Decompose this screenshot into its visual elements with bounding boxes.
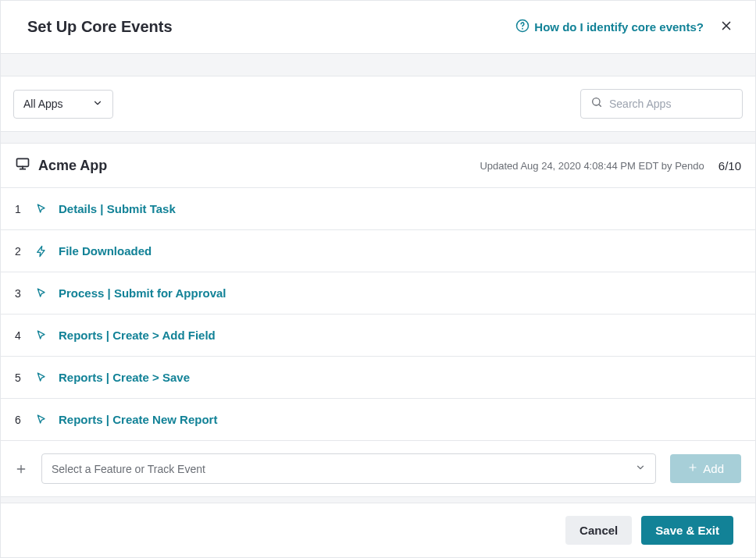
chevron-down-icon bbox=[92, 98, 103, 111]
event-number: 1 bbox=[15, 203, 24, 215]
event-label[interactable]: Reports | Create > Add Field bbox=[59, 329, 216, 342]
bolt-icon bbox=[35, 245, 48, 258]
plus-icon bbox=[15, 463, 27, 475]
plus-icon bbox=[687, 462, 698, 475]
event-row: 2File Downloaded bbox=[1, 230, 755, 272]
modal-body: All Apps Acme App Updated Aug 24, 2020 4… bbox=[1, 54, 755, 503]
modal-footer: Cancel Save & Exit bbox=[1, 503, 755, 557]
apps-filter-dropdown[interactable]: All Apps bbox=[13, 90, 113, 119]
monitor-icon bbox=[15, 156, 30, 175]
save-exit-button[interactable]: Save & Exit bbox=[641, 516, 733, 545]
events-list: 1Details | Submit Task2File Downloaded3P… bbox=[1, 188, 755, 441]
event-row: 1Details | Submit Task bbox=[1, 188, 755, 230]
event-number: 6 bbox=[15, 414, 24, 426]
events-counter: 6/10 bbox=[719, 159, 741, 172]
event-row: 6Reports | Create New Report bbox=[1, 399, 755, 441]
search-icon bbox=[590, 96, 603, 112]
app-header-right: Updated Aug 24, 2020 4:08:44 PM EDT by P… bbox=[480, 159, 741, 172]
help-link[interactable]: How do I identify core events? bbox=[515, 19, 704, 35]
help-icon bbox=[515, 19, 530, 35]
close-button[interactable] bbox=[719, 19, 733, 36]
event-row: 4Reports | Create > Add Field bbox=[1, 315, 755, 357]
event-label[interactable]: Reports | Create > Save bbox=[59, 371, 190, 384]
cursor-icon bbox=[35, 371, 48, 384]
modal: Set Up Core Events How do I identify cor… bbox=[0, 0, 756, 558]
app-header: Acme App Updated Aug 24, 2020 4:08:44 PM… bbox=[1, 144, 755, 188]
modal-header: Set Up Core Events How do I identify cor… bbox=[1, 1, 755, 54]
search-input[interactable] bbox=[609, 98, 733, 110]
event-number: 4 bbox=[15, 329, 24, 342]
chevron-down-icon bbox=[635, 462, 646, 475]
event-label[interactable]: Reports | Create New Report bbox=[59, 413, 217, 426]
select-event-placeholder: Select a Feature or Track Event bbox=[52, 463, 205, 475]
event-row: 3Process | Submit for Approval bbox=[1, 272, 755, 315]
header-actions: How do I identify core events? bbox=[515, 19, 733, 36]
cursor-icon bbox=[35, 287, 48, 300]
app-section: Acme App Updated Aug 24, 2020 4:08:44 PM… bbox=[1, 143, 755, 497]
add-button[interactable]: Add bbox=[670, 454, 741, 483]
event-row: 5Reports | Create > Save bbox=[1, 357, 755, 399]
event-number: 5 bbox=[15, 371, 24, 384]
updated-text: Updated Aug 24, 2020 4:08:44 PM EDT by P… bbox=[480, 160, 704, 172]
event-number: 3 bbox=[15, 287, 24, 300]
cursor-icon bbox=[35, 203, 48, 215]
event-label[interactable]: File Downloaded bbox=[59, 244, 152, 258]
close-icon bbox=[719, 19, 733, 36]
select-event-dropdown[interactable]: Select a Feature or Track Event bbox=[41, 453, 656, 484]
event-label[interactable]: Details | Submit Task bbox=[59, 202, 176, 215]
search-apps[interactable] bbox=[580, 89, 743, 119]
event-label[interactable]: Process | Submit for Approval bbox=[59, 286, 226, 300]
help-link-text: How do I identify core events? bbox=[534, 20, 704, 34]
add-event-row: Select a Feature or Track Event Add bbox=[1, 441, 755, 496]
event-number: 2 bbox=[15, 245, 24, 258]
cancel-button[interactable]: Cancel bbox=[565, 516, 632, 545]
add-button-label: Add bbox=[703, 462, 724, 475]
cursor-icon bbox=[35, 414, 48, 426]
cursor-icon bbox=[35, 329, 48, 342]
modal-title: Set Up Core Events bbox=[27, 18, 173, 36]
apps-filter-label: All Apps bbox=[23, 98, 63, 110]
filter-bar: All Apps bbox=[1, 76, 755, 132]
app-name: Acme App bbox=[38, 158, 107, 174]
app-header-left: Acme App bbox=[15, 156, 107, 175]
